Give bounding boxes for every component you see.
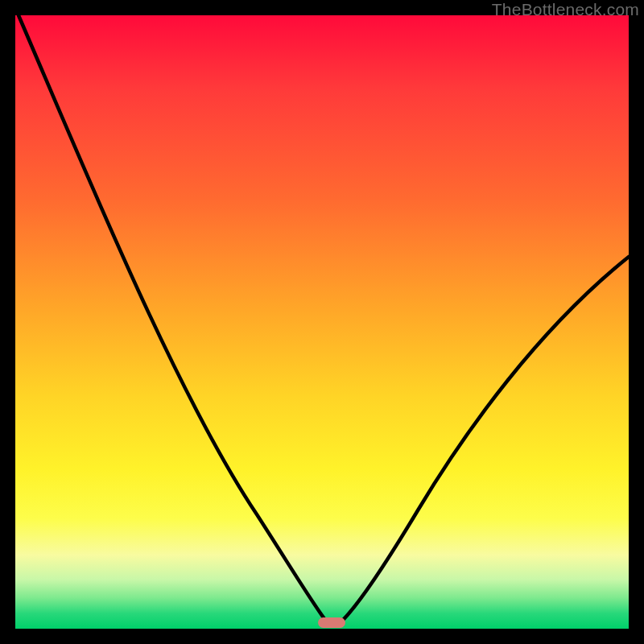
bottleneck-curve	[15, 15, 629, 629]
watermark-text: TheBottleneck.com	[492, 0, 639, 19]
chart-frame: TheBottleneck.com	[0, 0, 644, 644]
optimal-marker	[318, 617, 345, 628]
plot-area	[15, 15, 629, 629]
